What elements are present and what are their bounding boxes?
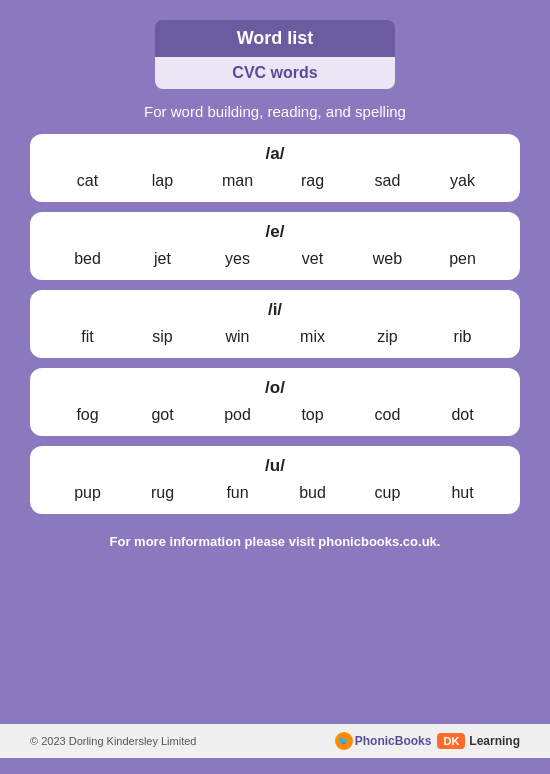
header-subtitle: CVC words (155, 57, 395, 89)
footer-bottom: © 2023 Dorling Kindersley Limited 🐦 Phon… (0, 724, 550, 758)
phonic-icon: 🐦 (335, 732, 353, 750)
word-item: mix (293, 328, 333, 346)
word-item: fit (68, 328, 108, 346)
word-row-0: catlapmanragsadyak (50, 172, 500, 190)
vowel-header-0: /a/ (50, 144, 500, 164)
phonic-books-logo: 🐦 PhonicBooks (335, 732, 432, 750)
word-item: pup (68, 484, 108, 502)
dk-learning-text: Learning (469, 734, 520, 748)
word-item: bud (293, 484, 333, 502)
word-item: got (143, 406, 183, 424)
word-item: zip (368, 328, 408, 346)
word-item: vet (293, 250, 333, 268)
vowel-header-3: /o/ (50, 378, 500, 398)
footer-link[interactable]: phonicbooks.co.uk. (318, 534, 440, 549)
word-card-o: /o/foggotpodtopcoddot (30, 368, 520, 436)
word-item: cup (368, 484, 408, 502)
word-card-i: /i/fitsipwinmixziprib (30, 290, 520, 358)
word-item: sad (368, 172, 408, 190)
word-row-1: bedjetyesvetwebpen (50, 250, 500, 268)
word-cards-container: /a/catlapmanragsadyak/e/bedjetyesvetwebp… (30, 134, 520, 524)
footer-info-text: For more information please visit (110, 534, 319, 549)
word-item: rug (143, 484, 183, 502)
phonic-books-text: PhonicBooks (355, 734, 432, 748)
word-item: yes (218, 250, 258, 268)
vowel-header-4: /u/ (50, 456, 500, 476)
dk-logo: DK Learning (437, 733, 520, 749)
dk-badge: DK (437, 733, 465, 749)
word-item: win (218, 328, 258, 346)
word-item: yak (443, 172, 483, 190)
word-card-a: /a/catlapmanragsadyak (30, 134, 520, 202)
word-item: dot (443, 406, 483, 424)
word-item: rag (293, 172, 333, 190)
word-row-2: fitsipwinmixziprib (50, 328, 500, 346)
word-item: top (293, 406, 333, 424)
word-item: sip (143, 328, 183, 346)
logo-area: 🐦 PhonicBooks DK Learning (335, 732, 520, 750)
word-item: cod (368, 406, 408, 424)
word-item: cat (68, 172, 108, 190)
word-item: rib (443, 328, 483, 346)
footer-info: For more information please visit phonic… (110, 534, 441, 549)
word-row-4: puprugfunbudcuphut (50, 484, 500, 502)
copyright: © 2023 Dorling Kindersley Limited (30, 735, 196, 747)
word-item: pod (218, 406, 258, 424)
word-item: fog (68, 406, 108, 424)
vowel-header-2: /i/ (50, 300, 500, 320)
word-item: fun (218, 484, 258, 502)
word-item: bed (68, 250, 108, 268)
description: For word building, reading, and spelling (144, 103, 406, 120)
word-card-e: /e/bedjetyesvetwebpen (30, 212, 520, 280)
word-item: web (368, 250, 408, 268)
word-item: lap (143, 172, 183, 190)
vowel-header-1: /e/ (50, 222, 500, 242)
word-item: jet (143, 250, 183, 268)
word-row-3: foggotpodtopcoddot (50, 406, 500, 424)
word-item: pen (443, 250, 483, 268)
word-card-u: /u/puprugfunbudcuphut (30, 446, 520, 514)
word-item: hut (443, 484, 483, 502)
word-item: man (218, 172, 258, 190)
header-title: Word list (155, 20, 395, 57)
